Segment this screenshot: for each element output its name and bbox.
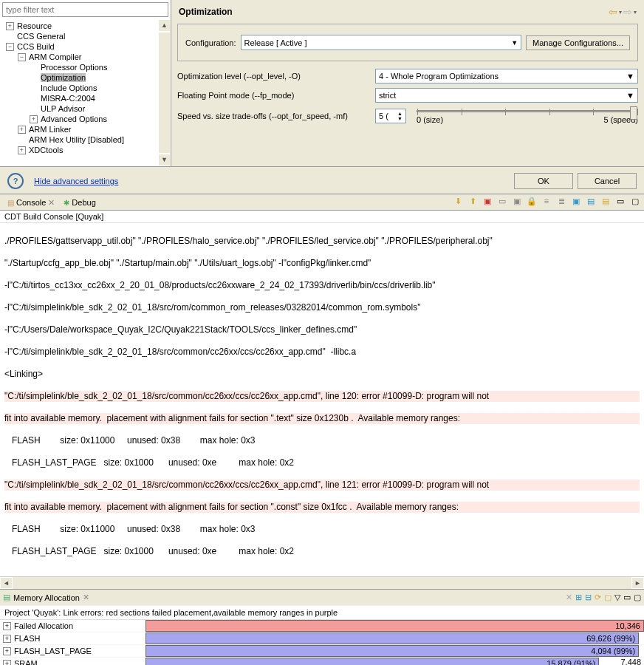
tree-arm-hex[interactable]: ARM Hex Utility [Disabled] (3, 134, 158, 145)
console-hscrollbar[interactable]: ◄► (0, 576, 644, 589)
memory-row[interactable]: +SRAM15,879 (91%)7,448 (0, 658, 644, 665)
memory-table: +Failed Allocation10,346+FLASH69,626 (99… (0, 620, 644, 665)
configuration-group: Configuration: Release [ Active ] ▼ Mana… (177, 24, 638, 61)
memory-bar: 15,879 (91%) (145, 658, 599, 665)
chevron-down-icon: ▼ (626, 72, 634, 81)
memory-icon: ▤ (3, 593, 10, 602)
expand-all-icon[interactable]: ⊞ (575, 593, 582, 602)
fp-mode-select[interactable]: strict ▼ (375, 88, 638, 103)
memory-row[interactable]: +Failed Allocation10,346 (0, 620, 644, 632)
tree-arm-linker[interactable]: +ARM Linker (3, 124, 158, 134)
expand-icon[interactable]: + (3, 647, 11, 655)
opt-level-select[interactable]: 4 - Whole Program Optimizations ▼ (375, 69, 638, 83)
speed-size-label: Speed vs. size trade-offs (--opt_for_spe… (177, 112, 369, 120)
tree-misra[interactable]: MISRA-C:2004 (3, 93, 158, 103)
speed-slider[interactable] (417, 110, 638, 112)
memory-bar: 69,626 (99%) (145, 632, 639, 644)
tree-advanced-options[interactable]: +Advanced Options (3, 114, 158, 124)
filter-input[interactable] (2, 2, 168, 17)
memory-row-name: Failed Allocation (14, 621, 145, 630)
tree-resource[interactable]: +Resource (3, 21, 158, 31)
page-title: Optimization (179, 7, 233, 17)
tree-optimization[interactable]: Optimization (3, 72, 158, 83)
memory-bar: 10,346 (145, 620, 644, 632)
close-icon[interactable]: ✕ (48, 198, 55, 208)
hide-advanced-link[interactable]: Hide advanced settings (34, 177, 118, 185)
fp-mode-label: Floating Point mode (--fp_mode) (177, 91, 369, 100)
tree-xdctools[interactable]: +XDCtools (3, 145, 158, 155)
memory-tab-title[interactable]: Memory Allocation (13, 593, 80, 602)
config-select[interactable]: Release [ Active ] ▼ (241, 35, 522, 50)
memory-bar-cell: 4,094 (99%) (145, 645, 644, 657)
memory-bar-cell: 10,346 (145, 620, 644, 632)
preferences-tree[interactable]: +Resource CCS General −CCS Build −ARM Co… (0, 19, 158, 166)
tree-processor-options[interactable]: Processor Options (3, 62, 158, 72)
arrow-up-icon[interactable]: ⬆ (467, 197, 479, 208)
memory-bar: 4,094 (99%) (145, 645, 639, 657)
back-icon[interactable]: ⇦ (609, 6, 617, 18)
new-icon[interactable]: ▢ (604, 593, 612, 602)
tree-ulp[interactable]: ULP Advisor (3, 103, 158, 114)
memory-row-name: FLASH_LAST_PAGE (14, 647, 145, 655)
tree-scrollbar[interactable]: ▲▼ (158, 19, 171, 166)
tab-debug[interactable]: ✱ Debug (59, 197, 100, 208)
ok-button[interactable]: OK (514, 173, 573, 189)
memory-row-name: FLASH (14, 634, 145, 643)
console-icon: ▤ (7, 199, 14, 207)
memory-bar-cell: 69,626 (99%) (145, 632, 644, 644)
tree-ccs-build[interactable]: −CCS Build (3, 41, 158, 52)
expand-icon[interactable]: + (3, 635, 11, 643)
chevron-down-icon: ▼ (626, 91, 634, 100)
help-icon[interactable]: ? (7, 173, 24, 189)
expand-icon[interactable]: + (3, 622, 11, 630)
minimize-icon[interactable]: ▭ (623, 593, 631, 602)
wrap-icon[interactable]: ≣ (555, 197, 567, 208)
cancel-build-icon[interactable]: ▣ (482, 197, 493, 208)
cancel-button[interactable]: Cancel (578, 173, 637, 189)
expand-icon[interactable]: + (3, 660, 11, 666)
arrow-down-icon[interactable]: ⬇ (452, 197, 464, 208)
bug-icon: ✱ (64, 199, 69, 207)
tree-arm-compiler[interactable]: −ARM Compiler (3, 52, 158, 62)
minimize-icon[interactable]: ▭ (614, 197, 626, 208)
display-icon[interactable]: ▤ (585, 197, 597, 208)
console-title: CDT Build Console [Quyak] (0, 211, 644, 223)
remove-icon[interactable]: ▭ (496, 197, 508, 208)
delete-icon[interactable]: ✕ (566, 593, 572, 602)
memory-bar-cell: 15,879 (91%)7,448 (145, 658, 644, 665)
collapse-all-icon[interactable]: ⊟ (585, 593, 592, 602)
slider-size-label: 0 (size) (417, 115, 443, 124)
clear-icon[interactable]: ▣ (511, 197, 523, 208)
refresh-icon[interactable]: ⟳ (595, 593, 601, 602)
memory-extra: 7,448 (620, 658, 641, 665)
opt-level-label: Optimization level (--opt_level, -O) (177, 72, 369, 81)
memory-subtitle: Project 'Quyak': Link errors: red sectio… (0, 605, 644, 620)
pin-icon[interactable]: ≡ (541, 197, 552, 208)
open-console-icon[interactable]: ▤ (600, 197, 612, 208)
tab-console[interactable]: ▤ Console ✕ (3, 197, 59, 208)
memory-row[interactable]: +FLASH_LAST_PAGE4,094 (99%) (0, 645, 644, 658)
tree-ccs-general[interactable]: CCS General (3, 31, 158, 41)
manage-configurations-button[interactable]: Manage Configurations... (526, 35, 630, 50)
forward-icon[interactable]: ⇨ (623, 6, 632, 18)
memory-row-name: SRAM (14, 659, 145, 665)
speed-spinner[interactable]: 5 ( ▲▼ (375, 109, 406, 123)
memory-row[interactable]: +FLASH69,626 (99%) (0, 632, 644, 645)
console-output[interactable]: ./PROFILES/gattservapp_util.obj" "./PROF… (0, 223, 644, 576)
tree-include-options[interactable]: Include Options (3, 83, 158, 93)
menu-icon[interactable]: ▽ (614, 593, 620, 602)
config-label: Configuration: (185, 38, 236, 47)
close-icon[interactable]: ✕ (83, 593, 89, 602)
chevron-down-icon: ▼ (511, 39, 518, 47)
scroll-lock-icon[interactable]: 🔒 (526, 197, 538, 208)
maximize-icon[interactable]: ▢ (629, 197, 641, 208)
export-icon[interactable]: ▣ (570, 197, 582, 208)
maximize-icon[interactable]: ▢ (634, 593, 641, 602)
